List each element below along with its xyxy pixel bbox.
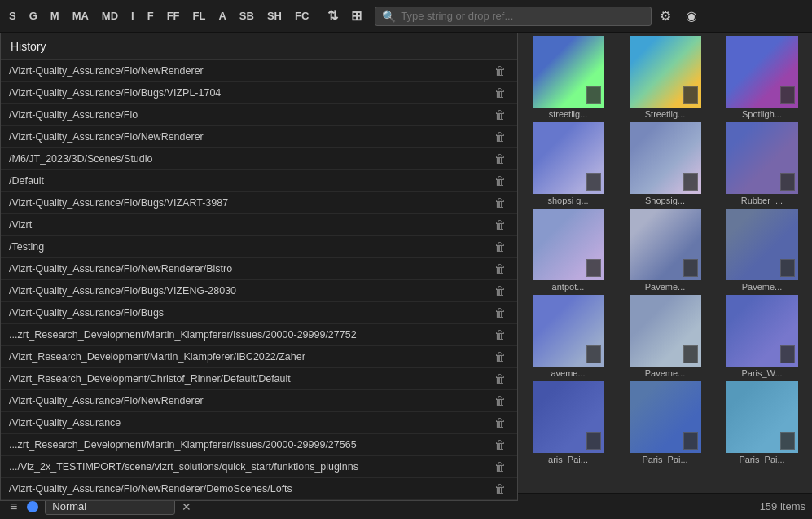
history-delete-button[interactable]: 🗑 <box>491 438 509 451</box>
thumbnail-overlay-icon <box>780 86 795 104</box>
toolbar-btn-ma[interactable]: MA <box>67 7 94 25</box>
history-delete-button[interactable]: 🗑 <box>491 284 509 297</box>
history-item[interactable]: /Default🗑 <box>1 170 517 192</box>
thumbnail-item[interactable]: Rubber_... <box>715 122 809 205</box>
history-item[interactable]: /Vizrt-Quality_Assurance/Flo🗑 <box>1 104 517 126</box>
history-item[interactable]: .../Viz_2x_TESTIMPORT/scene/vizrt_soluti… <box>1 456 517 478</box>
thumbnail-item[interactable]: Shopsig... <box>618 122 712 205</box>
thumbnail-image <box>533 209 604 280</box>
history-delete-button[interactable]: 🗑 <box>491 460 509 473</box>
toolbar-btn-a[interactable]: A <box>213 7 231 25</box>
history-item-path: /M6/JT_2023/3D/Scenes/Studio <box>9 153 491 165</box>
toolbar-btn-sb[interactable]: SB <box>234 7 260 25</box>
main-area: History /Vizrt-Quality_Assurance/Flo/New… <box>0 33 812 493</box>
history-item[interactable]: /Vizrt-Quality_Assurance/Flo/NewRenderer… <box>1 258 517 280</box>
history-item[interactable]: /Vizrt-Quality_Assurance/Flo/Bugs/VIZENG… <box>1 280 517 302</box>
thumbnail-image <box>533 36 604 108</box>
toolbar-btn-s[interactable]: S <box>3 7 22 25</box>
history-item[interactable]: ...zrt_Research_Development/Martin_Klamp… <box>1 324 517 346</box>
history-item[interactable]: /Vizrt-Quality_Assurance/Flo/NewRenderer… <box>1 390 517 412</box>
history-item-path: /Vizrt-Quality_Assurance <box>9 417 491 429</box>
thumbnail-item[interactable]: Paveme... <box>618 295 712 378</box>
history-delete-button[interactable]: 🗑 <box>491 416 509 429</box>
thumbnail-label: shopsi g... <box>547 196 588 205</box>
thumbnail-item[interactable]: streetlig... <box>521 36 615 119</box>
history-delete-button[interactable]: 🗑 <box>491 482 509 495</box>
thumbnail-label: Paris_Pai... <box>642 455 687 464</box>
thumbnail-image <box>726 381 798 453</box>
thumbnail-item[interactable]: shopsi g... <box>521 122 615 205</box>
thumbnail-item[interactable]: aveme... <box>521 295 615 378</box>
thumbnail-item[interactable]: antpot... <box>521 209 615 292</box>
thumbnail-image <box>533 122 604 194</box>
toolbar-btn-m[interactable]: M <box>45 7 65 25</box>
history-item[interactable]: ...zrt_Research_Development/Martin_Klamp… <box>1 434 517 456</box>
toolbar-btn-ff[interactable]: FF <box>161 7 186 25</box>
history-item[interactable]: /Vizrt-Quality_Assurance/Flo/NewRenderer… <box>1 478 517 500</box>
thumbnail-item[interactable]: aris_Pai... <box>521 381 615 464</box>
history-item[interactable]: /M6/JT_2023/3D/Scenes/Studio🗑 <box>1 148 517 170</box>
history-delete-button[interactable]: 🗑 <box>491 350 509 363</box>
history-item[interactable]: /Vizrt-Quality_Assurance/Flo/Bugs🗑 <box>1 302 517 324</box>
toolbar-btn-sh[interactable]: SH <box>261 7 287 25</box>
thumbnail-label: Paris_W... <box>741 368 782 378</box>
history-delete-button[interactable]: 🗑 <box>491 108 509 121</box>
thumbnail-image <box>630 36 701 108</box>
history-panel: History /Vizrt-Quality_Assurance/Flo/New… <box>0 33 518 501</box>
history-delete-button[interactable]: 🗑 <box>491 394 509 407</box>
thumbnail-item[interactable]: Paris_Pai... <box>618 381 712 464</box>
history-delete-button[interactable]: 🗑 <box>491 174 509 187</box>
history-delete-button[interactable]: 🗑 <box>491 372 509 385</box>
thumbnail-overlay-icon <box>683 432 698 450</box>
thumbnail-label: Shopsig... <box>645 196 685 205</box>
toolbar-btn-md[interactable]: MD <box>96 7 124 25</box>
sort-button[interactable]: ⇅ <box>322 5 344 27</box>
thumbnail-item[interactable]: Paris_Pai... <box>715 381 809 464</box>
history-delete-button[interactable]: 🗑 <box>491 306 509 319</box>
history-delete-button[interactable]: 🗑 <box>491 262 509 275</box>
history-item[interactable]: /Testing🗑 <box>1 236 517 258</box>
toolbar-divider-2 <box>371 7 371 26</box>
toolbar-btn-i[interactable]: I <box>125 7 140 25</box>
history-delete-button[interactable]: 🗑 <box>491 196 509 209</box>
thumbnail-overlay-icon <box>780 345 795 363</box>
thumbnail-label: streetlig... <box>549 109 588 119</box>
thumbnail-image <box>533 295 604 367</box>
thumbnail-label: Paveme... <box>645 368 686 378</box>
history-delete-button[interactable]: 🗑 <box>491 130 509 143</box>
thumbnail-label: Streetlig... <box>645 109 686 119</box>
thumbnail-item[interactable]: Paris_W... <box>715 295 809 378</box>
stack-button[interactable]: ⊞ <box>345 5 367 27</box>
history-delete-button[interactable]: 🗑 <box>491 64 509 77</box>
history-delete-button[interactable]: 🗑 <box>491 218 509 231</box>
history-delete-button[interactable]: 🗑 <box>491 152 509 165</box>
history-delete-button[interactable]: 🗑 <box>491 328 509 341</box>
history-item[interactable]: /Vizrt-Quality_Assurance/Flo/NewRenderer… <box>1 126 517 148</box>
history-item-path: /Vizrt-Quality_Assurance/Flo <box>9 109 491 121</box>
toolbar-btn-fl[interactable]: FL <box>187 7 212 25</box>
history-delete-button[interactable]: 🗑 <box>491 86 509 99</box>
thumbnail-item[interactable]: Paveme... <box>715 209 809 292</box>
thumbnail-image <box>726 209 798 280</box>
history-list[interactable]: /Vizrt-Quality_Assurance/Flo/NewRenderer… <box>1 60 517 500</box>
toolbar-btn-fc[interactable]: FC <box>289 7 314 25</box>
history-item[interactable]: /Vizrt-Quality_Assurance/Flo/NewRenderer… <box>1 60 517 82</box>
thumbnail-item[interactable]: Spotligh... <box>715 36 809 119</box>
thumbnail-overlay-icon <box>780 432 795 450</box>
history-item[interactable]: /Vizrt-Quality_Assurance🗑 <box>1 412 517 434</box>
search-input[interactable] <box>401 10 644 22</box>
history-item-path: /Vizrt-Quality_Assurance/Flo/Bugs/VIZENG… <box>9 285 491 297</box>
toolbar-btn-f[interactable]: F <box>142 7 160 25</box>
history-delete-button[interactable]: 🗑 <box>491 240 509 253</box>
history-item[interactable]: /Vizrt🗑 <box>1 214 517 236</box>
toolbar-btn-g[interactable]: G <box>24 7 43 25</box>
thumbnail-label: aris_Pai... <box>548 455 588 464</box>
thumbnail-item[interactable]: Paveme... <box>618 209 712 292</box>
history-item[interactable]: /Vizrt-Quality_Assurance/Flo/Bugs/VIZART… <box>1 192 517 214</box>
thumbnail-item[interactable]: Streetlig... <box>618 36 712 119</box>
user-button[interactable]: ◉ <box>679 5 704 27</box>
history-item[interactable]: /Vizrt-Quality_Assurance/Flo/Bugs/VIZPL-… <box>1 82 517 104</box>
gear-button[interactable]: ⚙ <box>653 5 678 27</box>
history-item[interactable]: /Vizrt_Research_Development/Christof_Rin… <box>1 368 517 390</box>
history-item[interactable]: /Vizrt_Research_Development/Martin_Klamp… <box>1 346 517 368</box>
